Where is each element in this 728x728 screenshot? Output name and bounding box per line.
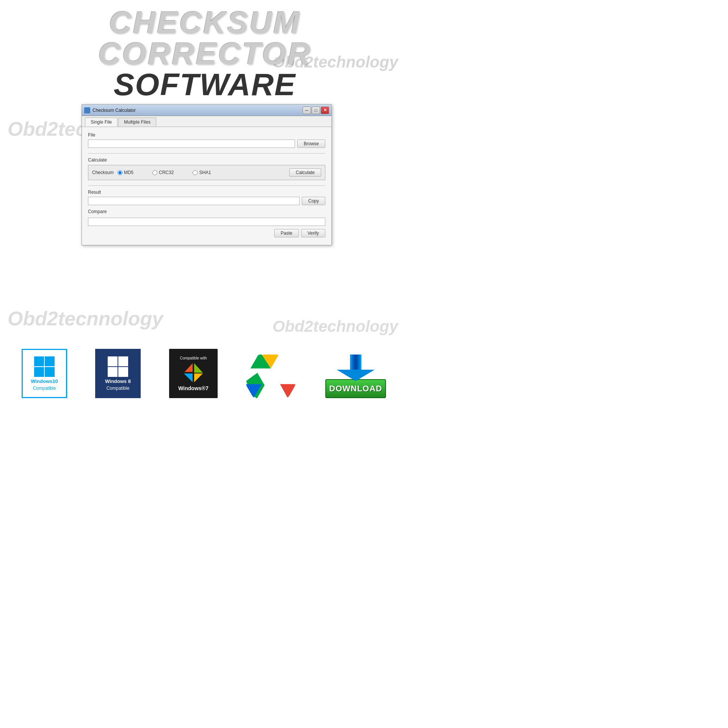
radio-crc32[interactable]: CRC32 — [152, 170, 174, 175]
separator-2 — [88, 185, 325, 186]
win8-compat: Compatible — [107, 386, 130, 391]
radio-md5-label: MD5 — [124, 170, 133, 175]
download-arrow — [337, 355, 375, 381]
win8-box: Windows 8 Compatible — [95, 349, 141, 398]
radio-crc32-label: CRC32 — [159, 170, 174, 175]
win8-badge: Windows 8 Compatible — [93, 349, 143, 398]
dialog-titlebar: Checksum Calculator ─ □ ✕ — [82, 105, 331, 116]
copy-button[interactable]: Copy — [302, 197, 325, 205]
tab-single-file[interactable]: Single File — [85, 118, 118, 127]
win8-logo — [108, 356, 128, 377]
file-input[interactable] — [88, 140, 295, 148]
dialog-controls: ─ □ ✕ — [303, 107, 329, 114]
dialog-title-text: Checksum Calculator — [93, 108, 303, 113]
dialog-content: File Browse Calculate Checksum MD5 — [82, 127, 331, 245]
radio-sha1-input[interactable] — [193, 170, 198, 175]
bottom-icons: Windows10 Compatible Windows 8 Compatibl… — [0, 349, 410, 398]
radio-md5-input[interactable] — [118, 170, 122, 175]
tab-bar: Single File Multiple Files — [82, 116, 331, 127]
radio-md5[interactable]: MD5 — [118, 170, 133, 175]
win8-logo-cell-2 — [118, 356, 128, 366]
download-shaft — [350, 355, 361, 372]
win10-badge: Windows10 Compatible — [20, 349, 69, 398]
download-label: DOWNLOAD — [329, 384, 382, 394]
win7-box: Compatible with Windows®7 — [169, 349, 218, 398]
watermark-bottom-left: Obd2tecnnology — [8, 307, 163, 330]
win10-logo-cell-3 — [34, 367, 44, 377]
gdrive-icon — [244, 349, 297, 398]
calculate-button[interactable]: Calculate — [289, 168, 321, 177]
browse-button[interactable]: Browse — [297, 140, 325, 148]
win7-badge: Compatible with Windows®7 — [167, 349, 220, 398]
compare-label: Compare — [88, 209, 325, 214]
win8-logo-cell-4 — [118, 367, 128, 377]
compare-input[interactable] — [88, 218, 325, 226]
win10-logo-cell-1 — [34, 356, 44, 366]
calculate-section: Calculate Checksum MD5 CRC32 — [88, 157, 325, 180]
file-label: File — [88, 132, 325, 138]
win7-flag — [182, 361, 205, 384]
win10-compat: Compatible — [33, 386, 56, 391]
checksum-dialog: Checksum Calculator ─ □ ✕ Single File Mu… — [82, 104, 332, 245]
result-section: Result Copy — [88, 190, 325, 205]
dialog-wrapper: Checksum Calculator ─ □ ✕ Single File Mu… — [82, 104, 332, 245]
win8-text: Windows 8 — [105, 378, 131, 384]
result-input[interactable] — [88, 197, 300, 205]
radio-sha1-label: SHA1 — [199, 170, 211, 175]
download-head — [337, 370, 375, 381]
win8-logo-cell-3 — [108, 367, 118, 377]
win10-logo-cell-2 — [45, 356, 55, 366]
separator-1 — [88, 153, 325, 154]
checksum-box: Checksum MD5 CRC32 SHA1 — [88, 165, 325, 180]
result-row: Copy — [88, 197, 325, 205]
verify-button[interactable]: Verify — [301, 229, 325, 237]
win7-compat-text: Compatible with — [180, 356, 207, 360]
result-label: Result — [88, 190, 325, 195]
watermark-bottom-right: Obd2technology — [273, 317, 398, 336]
win10-logo-cell-4 — [45, 367, 55, 377]
win8-logo-cell-1 — [108, 356, 118, 366]
checksum-inner: MD5 CRC32 SHA1 — [118, 170, 289, 175]
paste-button[interactable]: Paste — [274, 229, 299, 237]
download-green-bar[interactable]: DOWNLOAD — [325, 379, 386, 398]
close-button[interactable]: ✕ — [321, 107, 329, 114]
title-checksum: CHECKSUM CORRECTOR — [0, 7, 410, 69]
checksum-label: Checksum — [92, 170, 114, 175]
calculate-label: Calculate — [88, 157, 325, 163]
win10-text: Windows10 — [31, 378, 58, 384]
dialog-icon — [84, 107, 90, 113]
radio-sha1[interactable]: SHA1 — [193, 170, 211, 175]
tab-multiple-files[interactable]: Multiple Files — [118, 118, 156, 127]
file-row: Browse — [88, 140, 325, 148]
compare-section: Compare — [88, 209, 325, 226]
radio-crc32-input[interactable] — [152, 170, 157, 175]
win7-name: Windows®7 — [178, 385, 208, 391]
download-button-area[interactable]: DOWNLOAD — [322, 355, 390, 398]
maximize-button[interactable]: □ — [312, 107, 320, 114]
action-row: Paste Verify — [88, 229, 325, 237]
win10-logo — [34, 356, 55, 377]
win10-box: Windows10 Compatible — [22, 349, 67, 398]
minimize-button[interactable]: ─ — [303, 107, 311, 114]
